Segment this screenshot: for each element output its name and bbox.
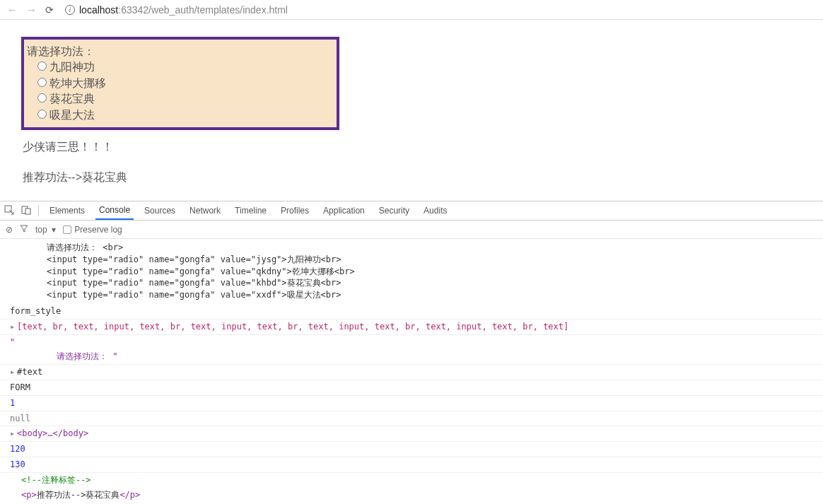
tab-timeline[interactable]: Timeline (231, 201, 270, 220)
radio-jysg[interactable] (37, 61, 47, 71)
console-line: <input type="radio" name="gongfa" value=… (0, 266, 823, 278)
tab-security[interactable]: Security (375, 201, 413, 220)
console-line: 130 (0, 457, 823, 473)
context-select[interactable]: top ▾ (35, 225, 56, 235)
console-line: 请选择功法： <br> (0, 242, 823, 254)
console-line: <input type="radio" name="gongfa" value=… (0, 277, 823, 289)
page-content: 请选择功法： 九阳神功 乾坤大挪移 葵花宝典 吸星大法 少侠请三思！！！ 推荐功… (0, 20, 823, 201)
console-line: 120 (0, 442, 823, 457)
address-bar[interactable]: i localhost:63342/web_auth/templates/ind… (61, 4, 817, 16)
browser-toolbar: ← → ⟳ i localhost:63342/web_auth/templat… (0, 0, 823, 20)
svg-rect-2 (25, 209, 30, 214)
devtools-panel: Elements Console Sources Network Timelin… (0, 201, 823, 504)
gongfa-form: 请选择功法： 九阳神功 乾坤大挪移 葵花宝典 吸星大法 (21, 37, 339, 130)
radio-khbd[interactable] (37, 93, 47, 102)
url-path: :63342/web_auth/templates/index.html (118, 4, 288, 16)
console-line: <input type="radio" name="gongfa" value=… (0, 289, 823, 301)
tab-application[interactable]: Application (320, 201, 368, 220)
console-line: 请选择功法： " (0, 349, 823, 365)
console-line: " (0, 335, 823, 350)
tab-audits[interactable]: Audits (420, 201, 450, 220)
console-body-node[interactable]: ▸<body>…</body> (0, 426, 823, 442)
option-row: 九阳神功 (27, 59, 334, 75)
prompt-label: 请选择功法： (27, 44, 334, 59)
console-rec-p: <p>推荐功法-->葵花宝典</p> (0, 488, 823, 503)
console-line: <input type="radio" name="gongfa" value=… (0, 254, 823, 266)
back-icon[interactable]: ← (6, 4, 19, 16)
inspect-icon[interactable] (4, 205, 14, 217)
console-line: null (0, 411, 823, 427)
preserve-log-checkbox[interactable]: Preserve log (63, 225, 122, 235)
radio-label: 九阳神功 (49, 61, 95, 73)
site-info-icon[interactable]: i (65, 5, 75, 15)
tab-elements[interactable]: Elements (46, 201, 88, 220)
tab-console[interactable]: Console (95, 201, 134, 220)
console-comment: <!--注释标签--> (0, 473, 823, 488)
tab-network[interactable]: Network (186, 201, 224, 220)
device-icon[interactable] (21, 205, 31, 217)
clear-console-icon[interactable]: ⊘ (6, 225, 13, 235)
option-row: 吸星大法 (27, 107, 334, 123)
console-line: 1 (0, 396, 823, 411)
radio-qkdny[interactable] (37, 78, 47, 87)
radio-label: 吸星大法 (49, 109, 95, 121)
tab-sources[interactable]: Sources (141, 201, 179, 220)
tab-profiles[interactable]: Profiles (277, 201, 313, 220)
option-row: 葵花宝典 (27, 91, 334, 107)
console-line: form_style (0, 304, 823, 320)
console-filter-bar: ⊘ top ▾ Preserve log (0, 221, 823, 239)
devtools-tabbar: Elements Console Sources Network Timelin… (0, 201, 823, 221)
option-row: 乾坤大挪移 (27, 76, 334, 91)
console-textnode[interactable]: ▸#text (0, 365, 823, 380)
console-array[interactable]: ▸[text, br, text, input, text, br, text,… (0, 320, 823, 335)
radio-label: 乾坤大挪移 (49, 77, 106, 89)
radio-label: 葵花宝典 (49, 93, 95, 105)
recommend-text: 推荐功法-->葵花宝典 (23, 170, 802, 185)
url-host: localhost (79, 4, 118, 16)
console-output: 请选择功法： <br> <input type="radio" name="go… (0, 239, 823, 504)
console-line: FORM (0, 380, 823, 396)
filter-icon[interactable] (20, 224, 28, 235)
radio-xxdf[interactable] (37, 110, 47, 119)
warning-text: 少侠请三思！！！ (23, 140, 802, 155)
forward-icon[interactable]: → (25, 4, 38, 16)
reload-icon[interactable]: ⟳ (44, 4, 55, 16)
